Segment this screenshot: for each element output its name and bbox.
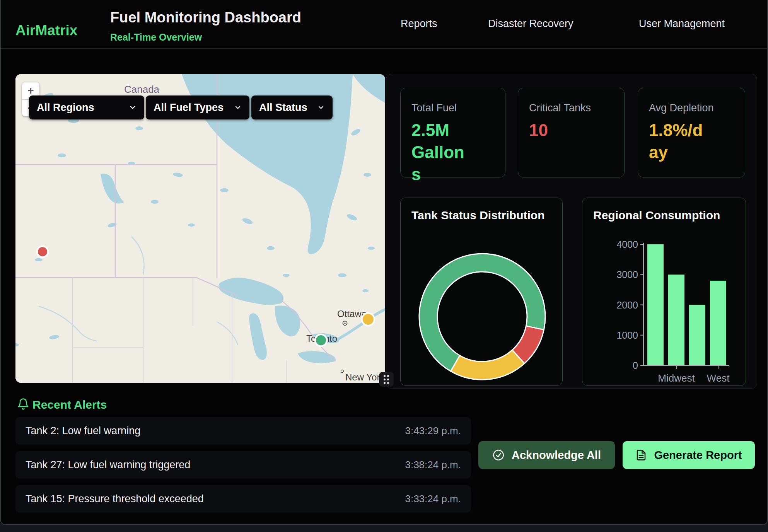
chevron-down-icon <box>317 104 325 111</box>
page-title: Fuel Monitoring Dashboard <box>110 9 301 26</box>
alert-text: Tank 2: Low fuel warning <box>26 425 140 437</box>
nav-reports[interactable]: Reports <box>401 18 437 30</box>
y-axis-tick-label: 1000 <box>616 330 638 341</box>
stat-card-critical-tanks: Critical Tanks 10 <box>518 88 625 177</box>
alert-row: Tank 27: Low fuel warning triggered 3:38… <box>15 451 471 479</box>
filter-fuel-types-value: All Fuel Types <box>154 102 224 114</box>
stat-label: Critical Tanks <box>529 102 591 114</box>
nav-disaster-recovery[interactable]: Disaster Recovery <box>488 18 573 30</box>
alert-row: Tank 2: Low fuel warning 3:43:29 p.m. <box>15 417 471 445</box>
alert-text: Tank 27: Low fuel warning triggered <box>26 459 190 471</box>
acknowledge-all-label: Acknowledge All <box>512 449 601 462</box>
bar <box>689 305 705 365</box>
map-drag-handle-icon[interactable] <box>379 372 394 387</box>
nav-user-management[interactable]: User Management <box>639 18 725 30</box>
filter-regions-value: All Regions <box>37 102 94 114</box>
filter-regions-select[interactable]: All Regions <box>29 95 144 119</box>
overview-panel: Total Fuel 2.5M Gallons Critical Tanks 1… <box>386 74 757 389</box>
map-canvas[interactable]: Canada Ottawa Toronto New York + − All R… <box>15 74 385 383</box>
map-marker-critical[interactable] <box>37 246 48 257</box>
alerts-section-title: Recent Alerts <box>32 398 107 411</box>
stat-value-critical-tanks: 10 <box>529 119 548 141</box>
generate-report-button[interactable]: Generate Report <box>623 441 755 469</box>
filter-status-select[interactable]: All Status <box>251 95 333 119</box>
alert-timestamp: 3:38:24 p.m. <box>405 459 461 471</box>
alert-row: Tank 15: Pressure threshold exceeded 3:3… <box>15 485 471 513</box>
y-axis-tick-label: 2000 <box>616 300 638 310</box>
chevron-down-icon <box>234 104 242 111</box>
stat-label: Total Fuel <box>411 102 457 114</box>
alert-text: Tank 15: Pressure threshold exceeded <box>26 493 204 505</box>
map-marker-warning[interactable] <box>362 313 374 326</box>
y-axis-tick-label: 3000 <box>616 269 638 280</box>
map-marker-normal[interactable] <box>315 334 327 346</box>
acknowledge-all-button[interactable]: Acknowledge All <box>478 441 615 469</box>
tank-status-chart-card: Tank Status Distribution <box>400 198 563 386</box>
donut-segment <box>451 350 525 380</box>
y-axis-tick-label: 4000 <box>616 239 638 250</box>
bar <box>668 275 684 365</box>
stat-card-total-fuel: Total Fuel 2.5M Gallons <box>400 88 505 177</box>
page-subtitle: Real-Time Overview <box>110 32 202 43</box>
chevron-down-icon <box>129 104 137 111</box>
chart-title: Regional Consumption <box>593 209 720 222</box>
window-bottom-edge <box>0 525 768 532</box>
y-axis-tick-label: 0 <box>633 360 638 371</box>
bar-chart: 01000200030004000MidwestWest <box>582 198 746 386</box>
check-circle-icon <box>492 449 505 461</box>
stat-value-total-fuel: 2.5M Gallons <box>411 119 469 186</box>
chart-title: Tank Status Distribution <box>411 209 544 222</box>
filter-fuel-types-select[interactable]: All Fuel Types <box>146 95 249 119</box>
alert-timestamp: 3:43:29 p.m. <box>405 425 461 437</box>
generate-report-label: Generate Report <box>654 449 742 462</box>
regional-consumption-chart-card: 01000200030004000MidwestWest Regional Co… <box>582 198 746 386</box>
stat-card-avg-depletion: Avg Depletion 1.8%/day <box>638 88 745 177</box>
map-label-country: Canada <box>124 84 160 95</box>
filter-status-value: All Status <box>259 102 307 114</box>
stat-label: Avg Depletion <box>649 102 714 114</box>
x-axis-tick-label: West <box>707 372 730 384</box>
brand-logo: AirMatrix <box>15 22 77 39</box>
stat-value-avg-depletion: 1.8%/day <box>649 119 707 163</box>
map-graphics: Canada Ottawa Toronto New York <box>15 74 385 383</box>
bar <box>647 244 664 365</box>
x-axis-tick-label: Midwest <box>658 372 695 384</box>
alert-timestamp: 3:33:24 p.m. <box>405 493 461 505</box>
bell-icon <box>17 397 29 411</box>
bar <box>710 281 726 365</box>
report-document-icon <box>635 449 647 461</box>
app-window: AirMatrix Fuel Monitoring Dashboard Real… <box>0 0 768 525</box>
donut-chart <box>401 198 563 386</box>
header: AirMatrix Fuel Monitoring Dashboard Real… <box>1 0 767 49</box>
